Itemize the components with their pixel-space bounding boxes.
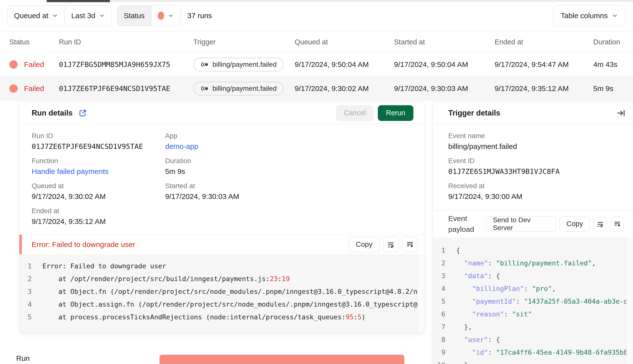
collapse-panel-right-icon[interactable] [616,109,626,118]
field-value: 9/17/2024, 9:35:12 AM [32,217,165,226]
status-filter-label-segment: Status [118,6,151,26]
code-line: 2 at /opt/render/project/src/build/innge… [20,272,424,285]
table-columns-label: Table columns [560,12,608,20]
field-label: Queued at [32,182,165,190]
code-line: 5 at process.processTicksAndRejections (… [20,310,424,323]
scroll-to-bottom-icon [406,240,414,248]
copy-payload-button[interactable]: Copy [560,216,590,232]
chevron-down-icon [168,12,174,19]
column-header-ended-at: Ended at [494,38,593,46]
external-link-icon[interactable] [78,109,87,117]
trigger-badge-label: billing/payment.failed [212,60,277,68]
word-wrap-button[interactable] [383,237,399,252]
field-value: billing/payment.failed [448,142,626,150]
field-value: 5m 9s [165,167,412,176]
field-label: Event name [448,132,626,140]
event-payload-title: Event payload [448,213,486,234]
code-line: 2 "name": "billing/payment.failed", [433,256,633,269]
field-ended-at: Ended at 9/17/2024, 9:35:12 AM [32,207,165,226]
run-status-cell: Failed [0,84,59,93]
expand-output-button[interactable] [402,237,418,252]
cancel-button[interactable]: Cancel [336,105,374,121]
field-queued-at: Queued at 9/17/2024, 9:30:02 AM [32,182,165,201]
field-label: Duration [165,157,412,165]
trigger-badge[interactable]: billing/payment.failed [193,58,284,72]
time-filter-group: Queued at Last 3d [7,6,112,26]
word-wrap-icon [387,240,395,248]
code-line: 7 }, [433,320,633,333]
field-event-name: Event name billing/payment.failed [448,132,626,150]
code-line: 1Error: Failed to downgrade user [20,260,424,272]
code-line: 3 "data": { [433,269,633,282]
run-trigger-cell: billing/payment.failed [193,58,295,72]
field-label: Function [32,157,165,165]
field-function: Function Handle failed payments [32,157,165,176]
run-id-cell: 01J7ZFBG5DMM85MJA9H659JX75 [59,60,193,69]
column-header-status: Status [0,38,59,46]
filter-bar: Queued at Last 3d Status 37 runs Table c… [0,0,633,32]
error-stack-trace-block[interactable]: 1Error: Failed to downgrade user2 at /op… [20,254,424,332]
field-run-id: Run ID 01J7ZE6TPJF6E94NCSD1V95TAE [32,132,165,150]
run-row-selected[interactable]: Failed 01J7ZE6TPJF6E94NCSD1V95TAE billin… [0,76,633,100]
event-payload-header: Event payload Send to Dev Server Copy [433,210,633,238]
expand-output-button[interactable] [610,217,624,231]
run-ended-cell: 9/17/2024, 9:35:12 AM [494,84,593,93]
status-failed-dot-icon [9,84,18,93]
field-app: App demo-app [165,132,412,150]
run-ended-cell: 9/17/2024, 9:54:47 AM [494,60,593,69]
run-trigger-cell: billing/payment.failed [193,82,295,96]
copy-error-button[interactable]: Copy [349,237,380,252]
trigger-details-fields: Event name billing/payment.failed Event … [433,124,633,210]
code-scroll-gutter[interactable] [626,238,633,364]
timeline-run-bar[interactable] [160,355,404,364]
code-line: 10 } [433,358,633,364]
column-header-trigger: Trigger [193,38,295,46]
send-to-dev-server-button[interactable]: Send to Dev Server [486,216,556,232]
scroll-to-bottom-icon [614,220,621,228]
run-started-cell: 9/17/2024, 9:30:03 AM [394,84,494,93]
field-value: 9/17/2024, 9:30:03 AM [165,192,412,201]
field-value: 9/17/2024, 9:30:02 AM [32,192,165,201]
column-header-queued-at: Queued at [295,38,394,46]
app-link[interactable]: demo-app [165,142,198,150]
code-scroll-gutter[interactable] [417,254,424,332]
error-actions: Copy [349,237,418,252]
event-trigger-icon [200,61,209,68]
code-line: 4 at Object.assign.fn (/opt/render/proje… [20,298,424,310]
code-line: 3 at Object.fn (/opt/render/project/src/… [20,285,424,298]
rerun-button[interactable]: Rerun [378,105,414,121]
chevron-down-icon [612,12,618,19]
queued-at-filter-button[interactable]: Queued at [8,6,64,26]
run-queued-cell: 9/17/2024, 9:50:04 AM [295,60,394,69]
run-row[interactable]: Failed 01J7ZFBG5DMM85MJA9H659JX75 billin… [0,52,633,76]
trigger-badge[interactable]: billing/payment.failed [193,82,284,96]
column-header-duration: Duration [593,38,633,46]
run-duration-cell: 4m 43s [593,60,633,69]
run-details-fields: Run ID 01J7ZE6TPJF6E94NCSD1V95TAE App de… [20,124,424,234]
code-line: 8 "user": { [433,333,633,346]
time-range-filter-button[interactable]: Last 3d [64,6,112,26]
status-failed-dot-icon [158,12,164,20]
trigger-details-title: Trigger details [448,109,500,118]
chevron-down-icon [99,12,105,19]
trigger-badge-label: billing/payment.failed [212,84,277,92]
time-range-filter-label: Last 3d [71,12,95,20]
status-filter-group: Status [117,6,180,26]
code-line: 1{ [433,244,633,256]
field-label: Ended at [32,207,165,215]
field-label: App [165,132,412,140]
error-title: Error: Failed to downgrade user [32,240,135,249]
timeline-run-label: Run [16,354,30,362]
field-label: Event ID [448,157,626,165]
function-link[interactable]: Handle failed payments [32,167,109,176]
run-details-title: Run details [32,109,72,118]
runs-dashboard: Queued at Last 3d Status 37 runs Table c… [0,0,633,364]
word-wrap-button[interactable] [594,217,607,231]
trigger-details-panel: Trigger details Event name billing/payme… [433,102,633,364]
event-payload-json-block[interactable]: 1{2 "name": "billing/payment.failed",3 "… [433,238,633,364]
field-started-at: Started at 9/17/2024, 9:30:03 AM [165,182,412,201]
status-filter-value-button[interactable] [151,6,180,26]
table-columns-button[interactable]: Table columns [553,6,626,26]
run-status-cell: Failed [0,60,59,69]
status-failed-dot-icon [9,60,18,69]
